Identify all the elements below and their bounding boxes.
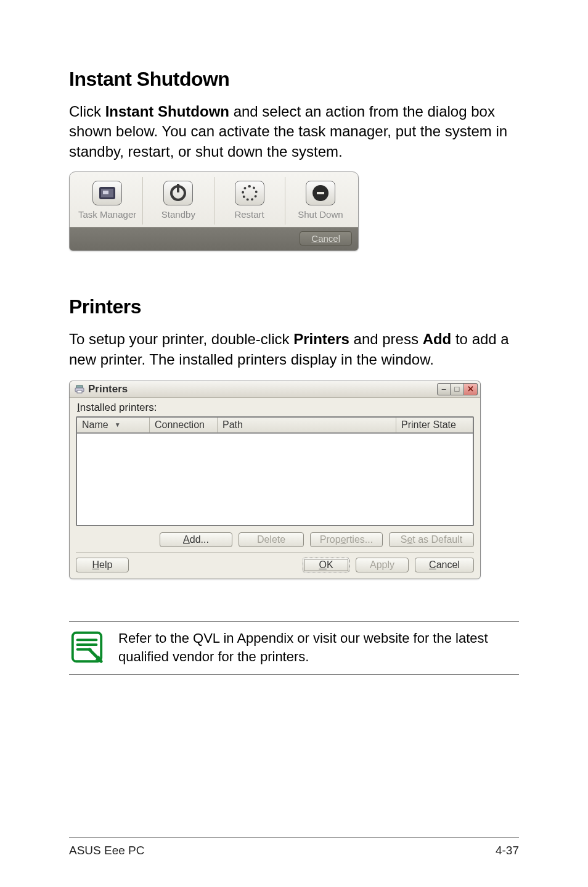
task-manager-icon bbox=[92, 181, 122, 205]
printer-icon bbox=[75, 384, 84, 394]
help-button[interactable]: Help bbox=[76, 558, 129, 572]
note-text: Refer to the QVL in Appendix or visit ou… bbox=[118, 629, 519, 666]
maximize-button[interactable]: □ bbox=[451, 383, 464, 395]
window-controls: ‒ □ ✕ bbox=[437, 383, 478, 395]
list-header: Name ▼ Connection Path Printer State bbox=[77, 418, 473, 434]
mnemonic: e bbox=[407, 534, 412, 545]
shutdown-options-row: Task Manager Standby Restart Shut Down bbox=[70, 172, 358, 227]
text: nstalled printers: bbox=[80, 402, 157, 413]
text-bold: Add bbox=[423, 331, 452, 347]
close-button[interactable]: ✕ bbox=[464, 383, 478, 395]
instant-shutdown-dialog: Task Manager Standby Restart Shut Down C… bbox=[69, 171, 359, 251]
footer-left: ASUS Eee PC bbox=[69, 844, 145, 857]
shut-down-label: Shut Down bbox=[287, 209, 354, 220]
installed-printers-label: Installed printers: bbox=[76, 400, 474, 416]
svg-rect-2 bbox=[77, 390, 82, 393]
ok-button[interactable]: OK bbox=[303, 558, 349, 572]
text: ancel bbox=[436, 559, 460, 570]
shutdown-dialog-footer: Cancel bbox=[70, 227, 358, 250]
sort-arrow-icon: ▼ bbox=[115, 421, 121, 428]
text-bold: Instant Shutdown bbox=[105, 103, 229, 120]
printers-window: Printers ‒ □ ✕ Installed printers: Name … bbox=[69, 381, 481, 579]
column-path[interactable]: Path bbox=[218, 418, 396, 432]
instant-shutdown-paragraph: Click Instant Shutdown and select an act… bbox=[69, 102, 519, 162]
printers-list[interactable]: Name ▼ Connection Path Printer State bbox=[76, 416, 474, 526]
titlebar: Printers ‒ □ ✕ bbox=[70, 381, 480, 398]
task-manager-option[interactable]: Task Manager bbox=[72, 177, 143, 225]
printers-paragraph: To setup your printer, double-click Prin… bbox=[69, 329, 519, 369]
properties-button: Properties... bbox=[310, 532, 383, 547]
heading-instant-shutdown: Instant Shutdown bbox=[69, 68, 519, 91]
column-printer-state[interactable]: Printer State bbox=[396, 418, 473, 432]
mnemonic: O bbox=[319, 559, 326, 570]
text: rties... bbox=[346, 534, 374, 545]
text: elp bbox=[99, 559, 112, 570]
mnemonic: e bbox=[341, 534, 346, 545]
text: dd... bbox=[190, 534, 209, 545]
column-name[interactable]: Name ▼ bbox=[77, 418, 150, 432]
minimize-button[interactable]: ‒ bbox=[437, 383, 451, 395]
text: and press bbox=[349, 331, 423, 347]
delete-button: Delete bbox=[239, 532, 304, 547]
text: S bbox=[401, 534, 407, 545]
mnemonic: H bbox=[92, 559, 100, 570]
mnemonic: A bbox=[183, 534, 190, 545]
apply-button: Apply bbox=[356, 558, 409, 572]
heading-printers: Printers bbox=[69, 295, 519, 318]
shut-down-icon bbox=[306, 181, 335, 205]
restart-option[interactable]: Restart bbox=[214, 177, 285, 225]
footer-page-number: 4-37 bbox=[496, 844, 519, 857]
cancel-button[interactable]: Cancel bbox=[300, 231, 352, 245]
standby-label: Standby bbox=[144, 209, 212, 220]
task-manager-label: Task Manager bbox=[73, 209, 141, 220]
text: K bbox=[327, 559, 333, 570]
separator bbox=[76, 552, 474, 553]
text: Prop bbox=[320, 534, 341, 545]
set-as-default-button: Set as Default bbox=[389, 532, 474, 547]
column-name-label: Name bbox=[82, 419, 108, 431]
column-connection[interactable]: Connection bbox=[150, 418, 218, 432]
text: To setup your printer, double-click bbox=[69, 331, 293, 347]
text: t as Default bbox=[412, 534, 462, 545]
action-button-row: Add... Delete Properties... Set as Defau… bbox=[76, 526, 474, 551]
shut-down-option[interactable]: Shut Down bbox=[285, 177, 356, 225]
mnemonic: C bbox=[429, 559, 436, 570]
window-title: Printers bbox=[88, 383, 128, 395]
restart-icon bbox=[235, 181, 264, 205]
standby-icon bbox=[163, 181, 193, 205]
cancel-button[interactable]: Cancel bbox=[415, 558, 474, 572]
note-icon bbox=[69, 629, 105, 665]
dialog-bottom-row: Help OK Apply Cancel bbox=[76, 558, 474, 572]
text: Click bbox=[69, 103, 105, 120]
add-button[interactable]: Add... bbox=[160, 532, 232, 547]
standby-option[interactable]: Standby bbox=[143, 177, 214, 225]
note-block: Refer to the QVL in Appendix or visit ou… bbox=[69, 621, 519, 675]
text-bold: Printers bbox=[293, 331, 349, 347]
restart-label: Restart bbox=[216, 209, 284, 220]
page-footer: ASUS Eee PC 4-37 bbox=[69, 837, 519, 857]
